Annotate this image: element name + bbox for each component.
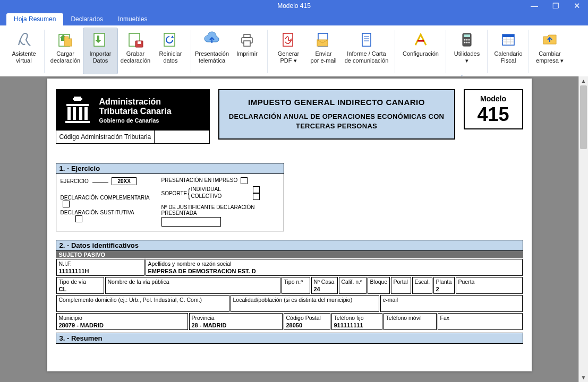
svg-point-20 bbox=[468, 39, 470, 41]
calendario-fiscal-button[interactable]: Calendario Fiscal bbox=[491, 28, 526, 74]
document-icon bbox=[358, 31, 375, 48]
mail-icon bbox=[315, 31, 332, 48]
utilidades-button[interactable]: Utilidades ▾ bbox=[449, 28, 484, 74]
reiniciar-datos-button[interactable]: Reiniciar datos bbox=[153, 28, 188, 74]
import-icon bbox=[92, 31, 109, 48]
cloud-upload-icon bbox=[203, 31, 220, 48]
svg-rect-25 bbox=[502, 34, 514, 37]
calendar-icon bbox=[500, 31, 517, 48]
tab-strip: Hoja Resumen Declarados Inmuebles bbox=[0, 12, 588, 25]
minimize-button[interactable]: — bbox=[525, 1, 543, 11]
folder-up-icon bbox=[541, 31, 558, 48]
tab-inmuebles[interactable]: Inmuebles bbox=[110, 13, 155, 25]
importar-datos-button[interactable]: Importar Datos bbox=[83, 28, 118, 74]
svg-rect-8 bbox=[244, 41, 250, 46]
cambiar-empresa-button[interactable]: Cambiar empresa ▾ bbox=[532, 28, 567, 74]
tab-declarados[interactable]: Declarados bbox=[63, 13, 110, 25]
imprimir-button[interactable]: Imprimir bbox=[229, 28, 265, 74]
refresh-icon bbox=[162, 31, 179, 48]
page-scroll[interactable]: Administración Tributaria Canaria Gobier… bbox=[0, 76, 578, 84]
svg-rect-12 bbox=[362, 33, 371, 46]
folder-open-icon bbox=[57, 31, 74, 48]
svg-point-23 bbox=[468, 42, 470, 44]
vertical-scrollbar[interactable]: ▲ ▼ bbox=[578, 76, 588, 84]
scroll-up-button[interactable]: ▲ bbox=[579, 76, 588, 84]
svg-rect-17 bbox=[464, 34, 470, 37]
cargar-declaracion-button[interactable]: Cargar declaración bbox=[48, 28, 83, 74]
asistente-virtual-button[interactable]: Asistente virtual bbox=[6, 28, 41, 74]
window-title: Modelo 415 bbox=[277, 2, 311, 10]
ribbon: Asistente virtual Atenea Cargar declarac… bbox=[0, 25, 588, 84]
svg-rect-7 bbox=[244, 34, 250, 38]
content-area: Administración Tributaria Canaria Gobier… bbox=[0, 76, 588, 84]
maximize-button[interactable]: ❐ bbox=[547, 1, 565, 11]
svg-point-18 bbox=[464, 39, 466, 41]
svg-rect-4 bbox=[138, 41, 141, 44]
close-button[interactable]: ✕ bbox=[568, 1, 586, 11]
svg-point-19 bbox=[466, 39, 468, 41]
save-icon bbox=[127, 31, 144, 48]
svg-point-21 bbox=[464, 42, 466, 44]
enviar-email-button[interactable]: Enviar por e-mail bbox=[306, 28, 341, 74]
pdf-icon bbox=[280, 31, 297, 48]
alpha-icon bbox=[15, 31, 32, 48]
titlebar: Modelo 415 — ❐ ✕ bbox=[0, 0, 588, 12]
informe-carta-button[interactable]: Informe / Carta de comunicación bbox=[341, 28, 392, 74]
svg-point-22 bbox=[466, 42, 468, 44]
form-page: Administración Tributaria Canaria Gobier… bbox=[47, 79, 532, 84]
printer-icon bbox=[238, 31, 255, 48]
presentacion-telematica-button[interactable]: Presentación telemática bbox=[194, 28, 229, 74]
generar-pdf-button[interactable]: Generar PDF ▾ bbox=[271, 28, 306, 74]
aeat-logo-icon bbox=[412, 31, 429, 48]
configuracion-button[interactable]: Configuración bbox=[398, 28, 443, 74]
tab-hoja-resumen[interactable]: Hoja Resumen bbox=[6, 13, 63, 25]
grabar-declaracion-button[interactable]: Grabar declaración bbox=[118, 28, 153, 74]
calculator-icon bbox=[458, 31, 475, 48]
